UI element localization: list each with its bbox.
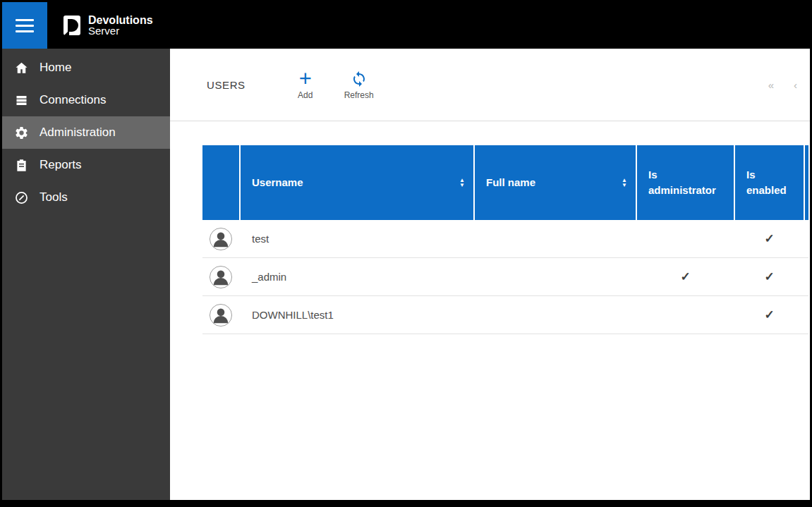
cell-username: test	[241, 220, 475, 257]
user-avatar-icon	[209, 227, 233, 251]
column-header-username[interactable]: Username ▲▼	[241, 145, 475, 220]
page-title: USERS	[207, 79, 246, 91]
hamburger-menu-button[interactable]	[2, 2, 47, 49]
cell-avatar	[202, 220, 241, 257]
pagination-prev-button[interactable]: ‹	[794, 79, 797, 91]
cell-avatar	[202, 296, 241, 334]
tools-icon	[14, 190, 29, 205]
sidebar-item-connections[interactable]: Connections	[2, 84, 170, 116]
cell-username: _admin	[241, 258, 475, 295]
cell-avatar	[202, 258, 241, 295]
cell-is-administrator	[637, 296, 735, 334]
sidebar-item-label: Connections	[40, 93, 107, 107]
refresh-button[interactable]: Refresh	[343, 70, 375, 100]
brand-name: Devolutions	[88, 15, 153, 25]
pagination: « ‹	[768, 79, 797, 91]
cell-fullname	[475, 296, 637, 334]
add-button[interactable]: + Add	[289, 70, 322, 100]
refresh-button-label: Refresh	[344, 90, 374, 100]
gear-icon	[14, 126, 29, 140]
toolbar: USERS + Add Refresh « ‹	[170, 49, 810, 121]
user-avatar-icon	[209, 303, 233, 327]
table-row[interactable]: test ✓	[202, 220, 808, 258]
user-avatar-icon	[209, 265, 233, 289]
column-header-overflow	[805, 145, 808, 220]
refresh-icon	[351, 70, 368, 88]
column-header-username-label: Username	[252, 175, 303, 191]
add-icon: +	[299, 70, 312, 88]
sort-icon[interactable]: ▲▼	[622, 178, 627, 188]
sidebar-item-label: Tools	[40, 190, 68, 204]
column-header-is-enabled: Is enabled	[735, 145, 805, 220]
hamburger-icon	[16, 19, 34, 32]
brand: Devolutions Server	[63, 2, 153, 49]
table-row[interactable]: DOWNHILL\test1 ✓	[202, 296, 808, 334]
cell-username: DOWNHILL\test1	[241, 296, 475, 334]
topbar: Devolutions Server	[2, 2, 810, 49]
app-window: Devolutions Server Home Connections	[0, 0, 812, 507]
cell-is-enabled: ✓	[735, 296, 805, 334]
column-header-fullname[interactable]: Full name ▲▼	[475, 145, 637, 220]
sidebar-item-home[interactable]: Home	[2, 51, 170, 84]
users-table: Username ▲▼ Full name ▲▼ Is administrato…	[202, 145, 808, 500]
sidebar-item-label: Administration	[40, 126, 116, 140]
sidebar-item-reports[interactable]: Reports	[2, 149, 170, 181]
sort-icon[interactable]: ▲▼	[459, 178, 465, 188]
column-header-is-administrator: Is administrator	[637, 145, 735, 220]
app-body: Home Connections Administration	[2, 49, 810, 500]
sidebar-item-administration[interactable]: Administration	[2, 116, 170, 149]
devolutions-logo-icon	[63, 15, 81, 36]
sidebar-item-label: Home	[40, 61, 71, 75]
pagination-first-button[interactable]: «	[768, 79, 774, 91]
column-header-fullname-label: Full name	[486, 175, 535, 191]
cell-fullname	[475, 220, 637, 257]
sidebar: Home Connections Administration	[2, 49, 170, 500]
cell-is-administrator: ✓	[637, 258, 735, 295]
cell-is-enabled: ✓	[735, 258, 805, 295]
add-button-label: Add	[298, 90, 313, 100]
reports-icon	[14, 158, 29, 173]
connections-icon	[14, 93, 29, 108]
brand-text: Devolutions Server	[88, 15, 153, 36]
main-content: USERS + Add Refresh « ‹	[170, 49, 810, 500]
column-header-avatar	[202, 145, 241, 220]
cell-is-enabled: ✓	[735, 220, 805, 257]
table-header: Username ▲▼ Full name ▲▼ Is administrato…	[202, 145, 808, 220]
cell-fullname	[475, 258, 637, 295]
brand-product: Server	[88, 25, 153, 36]
sidebar-item-tools[interactable]: Tools	[2, 181, 170, 214]
table-row[interactable]: _admin ✓ ✓	[202, 258, 808, 296]
sidebar-item-label: Reports	[40, 158, 82, 172]
cell-is-administrator	[637, 220, 735, 257]
home-icon	[14, 61, 29, 75]
